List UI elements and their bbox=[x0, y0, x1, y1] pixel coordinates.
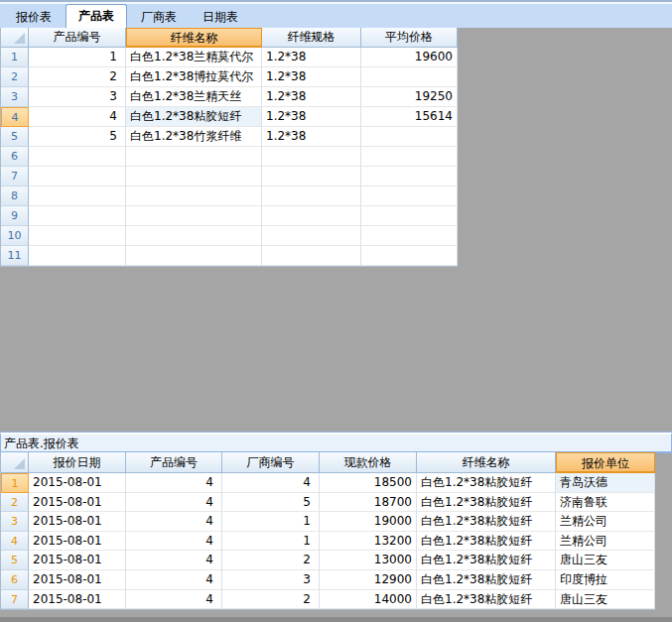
cell[interactable] bbox=[361, 246, 458, 266]
detail-pane-title[interactable]: 产品表.报价表 bbox=[0, 433, 672, 452]
cell[interactable]: 1.2*38 bbox=[262, 127, 361, 147]
row-header[interactable]: 2 bbox=[1, 67, 29, 87]
column-header[interactable]: 厂商编号 bbox=[222, 452, 320, 473]
cell[interactable]: 4 bbox=[126, 473, 222, 493]
row-header[interactable]: 10 bbox=[1, 226, 29, 246]
row-header[interactable]: 8 bbox=[1, 187, 29, 206]
cell[interactable] bbox=[29, 147, 126, 167]
cell[interactable]: 1.2*38 bbox=[262, 107, 361, 127]
cell[interactable] bbox=[29, 206, 126, 226]
cell[interactable]: 兰精公司 bbox=[556, 512, 655, 532]
cell[interactable]: 白色1.2*38粘胶短纤 bbox=[417, 532, 556, 552]
cell[interactable]: 青岛沃德 bbox=[556, 473, 655, 493]
cell[interactable] bbox=[262, 226, 361, 246]
cell[interactable]: 白色1.2*38粘胶短纤 bbox=[417, 570, 556, 590]
cell[interactable]: 4 bbox=[126, 532, 222, 552]
cell[interactable]: 白色1.2*38粘胶短纤 bbox=[417, 512, 556, 532]
cell[interactable] bbox=[262, 187, 361, 206]
cell[interactable]: 白色1.2*38博拉莫代尔 bbox=[126, 67, 262, 87]
row-header[interactable]: 7 bbox=[1, 590, 29, 610]
cell[interactable]: 19250 bbox=[361, 87, 458, 107]
cell[interactable]: 1 bbox=[222, 512, 320, 532]
cell[interactable]: 15614 bbox=[361, 107, 458, 127]
row-header[interactable]: 2 bbox=[1, 493, 29, 513]
cell[interactable] bbox=[126, 226, 262, 246]
cell[interactable]: 白色1.2*38粘胶短纤 bbox=[417, 590, 556, 610]
cell[interactable] bbox=[126, 246, 262, 266]
column-header[interactable]: 纤维规格 bbox=[262, 28, 361, 48]
cell[interactable]: 2 bbox=[29, 67, 126, 87]
cell[interactable]: 2 bbox=[222, 590, 320, 610]
cell[interactable]: 4 bbox=[126, 551, 222, 570]
cell[interactable]: 2015-08-01 bbox=[29, 512, 126, 532]
cell[interactable]: 4 bbox=[126, 570, 222, 590]
cell[interactable] bbox=[361, 67, 458, 87]
cell[interactable] bbox=[126, 187, 262, 206]
cell[interactable]: 18700 bbox=[320, 493, 417, 513]
column-header[interactable]: 纤维名称 bbox=[126, 28, 262, 48]
row-header[interactable]: 3 bbox=[1, 512, 29, 532]
cell[interactable]: 白色1.2*38兰精莫代尔 bbox=[126, 48, 262, 67]
cell[interactable]: 2015-08-01 bbox=[29, 493, 126, 513]
cell[interactable]: 3 bbox=[222, 570, 320, 590]
cell[interactable]: 18500 bbox=[320, 473, 417, 493]
cell[interactable]: 白色1.2*38竹浆纤维 bbox=[126, 127, 262, 147]
cell[interactable]: 13000 bbox=[320, 551, 417, 570]
cell[interactable]: 4 bbox=[29, 107, 126, 127]
select-all-corner[interactable] bbox=[1, 28, 29, 48]
cell[interactable]: 12900 bbox=[320, 570, 417, 590]
cell[interactable] bbox=[126, 167, 262, 187]
cell[interactable]: 4 bbox=[222, 473, 320, 493]
column-header[interactable]: 现款价格 bbox=[320, 452, 417, 473]
cell[interactable]: 1.2*38 bbox=[262, 48, 361, 67]
cell[interactable]: 5 bbox=[222, 493, 320, 513]
row-header[interactable]: 5 bbox=[1, 127, 29, 147]
cell[interactable]: 白色1.2*38粘胶短纤 bbox=[417, 551, 556, 570]
cell[interactable]: 2015-08-01 bbox=[29, 473, 126, 493]
column-header[interactable]: 产品编号 bbox=[126, 452, 222, 473]
cell[interactable] bbox=[361, 127, 458, 147]
cell[interactable]: 19000 bbox=[320, 512, 417, 532]
cell[interactable]: 5 bbox=[29, 127, 126, 147]
column-header[interactable]: 产品编号 bbox=[29, 28, 126, 48]
cell[interactable]: 3 bbox=[29, 87, 126, 107]
row-header[interactable]: 7 bbox=[1, 167, 29, 187]
tab-4[interactable]: 日期表 bbox=[191, 6, 250, 28]
cell[interactable] bbox=[262, 206, 361, 226]
cell[interactable]: 唐山三友 bbox=[556, 551, 655, 570]
cell[interactable]: 兰精公司 bbox=[556, 532, 655, 552]
row-header[interactable]: 5 bbox=[1, 551, 29, 570]
cell[interactable]: 13200 bbox=[320, 532, 417, 552]
cell[interactable] bbox=[262, 167, 361, 187]
cell[interactable]: 白色1.2*38粘胶短纤 bbox=[126, 107, 262, 127]
cell[interactable]: 4 bbox=[126, 493, 222, 513]
select-all-corner[interactable] bbox=[1, 452, 29, 473]
cell[interactable]: 唐山三友 bbox=[556, 590, 655, 610]
cell[interactable] bbox=[361, 206, 458, 226]
cell[interactable] bbox=[126, 206, 262, 226]
cell[interactable] bbox=[126, 147, 262, 167]
cell[interactable]: 2015-08-01 bbox=[29, 551, 126, 570]
cell[interactable]: 印度博拉 bbox=[556, 570, 655, 590]
row-header[interactable]: 11 bbox=[1, 246, 29, 266]
cell[interactable]: 1 bbox=[222, 532, 320, 552]
cell[interactable] bbox=[262, 246, 361, 266]
cell[interactable] bbox=[29, 167, 126, 187]
column-header[interactable]: 报价单位 bbox=[556, 452, 655, 473]
cell[interactable]: 4 bbox=[126, 590, 222, 610]
row-header[interactable]: 9 bbox=[1, 206, 29, 226]
row-header[interactable]: 6 bbox=[1, 147, 29, 167]
cell[interactable]: 白色1.2*38粘胶短纤 bbox=[417, 473, 556, 493]
cell[interactable]: 19600 bbox=[361, 48, 458, 67]
column-header[interactable]: 纤维名称 bbox=[417, 452, 556, 473]
cell[interactable] bbox=[361, 167, 458, 187]
row-header[interactable]: 4 bbox=[1, 532, 29, 552]
cell[interactable]: 1.2*38 bbox=[262, 87, 361, 107]
cell[interactable]: 1.2*38 bbox=[262, 67, 361, 87]
row-header[interactable]: 6 bbox=[1, 570, 29, 590]
cell[interactable] bbox=[262, 147, 361, 167]
cell[interactable]: 2015-08-01 bbox=[29, 532, 126, 552]
cell[interactable] bbox=[361, 187, 458, 206]
cell[interactable]: 2 bbox=[222, 551, 320, 570]
cell[interactable] bbox=[29, 187, 126, 206]
